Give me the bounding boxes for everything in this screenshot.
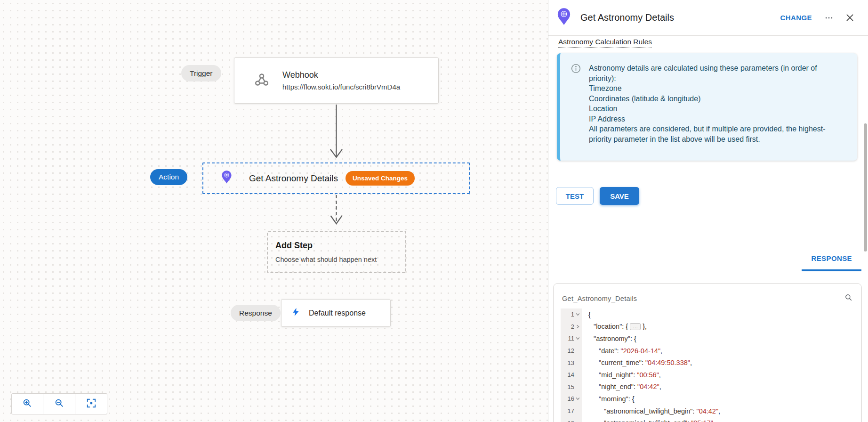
webhook-node-title: Webhook (282, 70, 400, 80)
details-panel: Get Astronomy Details CHANGE Astronomy C… (548, 0, 868, 422)
webhook-icon (253, 71, 270, 90)
json-key: "night_end" (599, 383, 634, 390)
fold-open-icon[interactable] (574, 336, 581, 341)
action-node[interactable]: Get Astronomy Details Unsaved Changes (202, 162, 470, 194)
code-text: "current_time": "04:49:50.338", (582, 359, 692, 366)
json-punc: { (588, 311, 591, 318)
line-number: 15 (561, 383, 574, 390)
lightning-icon (291, 307, 301, 319)
code-text: "morning": { (582, 395, 635, 403)
json-punc: : (642, 359, 645, 366)
default-response-title: Default response (309, 309, 366, 317)
json-key: "morning" (599, 395, 628, 403)
info-line: Astronomy details are calculated using t… (589, 63, 830, 83)
response-viewer-title: Get_Astronomy_Details (562, 295, 844, 302)
code-line: 12"date": "2026-04-14", (554, 345, 861, 357)
line-number-gutter: 11 (561, 333, 582, 345)
code-line: 1{ (554, 308, 861, 321)
line-number-gutter: 18 (561, 417, 582, 422)
zoom-in-button[interactable] (11, 393, 43, 414)
json-key: "location" (594, 323, 622, 330)
json-punc: : (692, 407, 696, 415)
code-line: 2"location": { … }, (554, 321, 861, 333)
json-value: "05:17" (691, 419, 713, 422)
json-punc: , (659, 383, 661, 390)
json-punc: , (713, 419, 715, 422)
code-line: 18"astronomical_twilight_end": "05:17", (554, 417, 861, 422)
json-key: "astronomical_twilight_end" (604, 419, 687, 422)
info-line: Location (589, 104, 830, 114)
code-text: { (582, 311, 591, 318)
line-number-gutter: 1 (561, 308, 582, 321)
line-number: 1 (561, 311, 574, 318)
default-response-node[interactable]: Default response (281, 299, 391, 327)
response-badge: Response (231, 305, 281, 321)
unsaved-changes-badge: Unsaved Changes (346, 171, 415, 186)
json-key: "date" (599, 347, 617, 355)
info-line: Coordinates (latitude & longitude) (589, 94, 830, 104)
panel-header: Get Astronomy Details CHANGE (548, 0, 868, 36)
line-number-gutter: 15 (561, 381, 582, 393)
panel-title: Get Astronomy Details (580, 12, 674, 23)
search-icon[interactable] (844, 293, 853, 304)
webhook-node-url: https://flow.sokt.io/func/scri8brVmD4a (282, 83, 400, 91)
change-button[interactable]: CHANGE (780, 14, 812, 22)
line-number: 12 (561, 347, 574, 354)
line-number: 13 (561, 359, 574, 366)
code-line: 14"mid_night": "00:56", (554, 369, 861, 381)
action-node-title: Get Astronomy Details (249, 173, 338, 184)
add-step-title: Add Step (275, 241, 313, 251)
json-punc: : (617, 347, 621, 355)
code-line: 16"morning": { (554, 393, 861, 405)
fold-open-icon[interactable] (574, 312, 581, 317)
fold-open-icon[interactable] (574, 396, 581, 401)
tab-response[interactable]: RESPONSE (802, 254, 861, 271)
code-text: "location": { … }, (582, 323, 647, 330)
json-punc: , (659, 371, 661, 379)
code-line: 17"astronomical_twilight_begin": "04:42"… (554, 405, 861, 417)
panel-scrollbar[interactable] (864, 123, 867, 252)
response-viewer: Get_Astronomy_Details 1{2"location": { …… (553, 283, 862, 422)
line-number-gutter: 12 (561, 345, 582, 357)
save-button[interactable]: SAVE (600, 187, 639, 205)
json-value: "00:56" (637, 371, 659, 379)
action-badge: Action (150, 169, 187, 185)
json-punc: : { (630, 335, 636, 342)
json-key: "astronomy" (594, 335, 630, 342)
webhook-node[interactable]: Webhook https://flow.sokt.io/func/scri8b… (234, 57, 439, 104)
code-text: "mid_night": "00:56", (582, 371, 661, 379)
line-number-gutter: 2 (561, 321, 582, 333)
line-number: 17 (561, 407, 574, 414)
astronomy-calculation-rules-link[interactable]: Astronomy Calculation Rules (558, 38, 652, 48)
code-text: "night_end": "04:42", (582, 383, 661, 390)
json-punc: : { (628, 395, 635, 403)
json-value: "04:42" (697, 407, 719, 415)
zoom-in-icon (22, 398, 32, 410)
json-punc: : (687, 419, 691, 422)
json-key: "astronomical_twilight_begin" (604, 407, 692, 415)
json-punc: , (660, 347, 662, 355)
line-number: 16 (561, 395, 574, 402)
trigger-badge: Trigger (181, 65, 221, 81)
fold-closed-icon[interactable] (574, 324, 581, 329)
zoom-out-icon (54, 398, 64, 410)
location-pin-icon (221, 170, 232, 187)
add-step-subtitle: Choose what should happen next (275, 256, 377, 263)
add-step-node[interactable]: Add Step Choose what should happen next (267, 231, 406, 273)
line-number: 2 (561, 323, 574, 330)
test-button[interactable]: TEST (556, 187, 594, 205)
code-text: "astronomical_twilight_begin": "04:42", (582, 407, 720, 415)
line-number-gutter: 16 (561, 393, 582, 405)
close-icon[interactable] (845, 13, 855, 23)
more-options-icon[interactable] (824, 13, 834, 23)
flow-canvas[interactable]: Trigger Webhook https://flow.sokt.io/fun… (0, 0, 548, 422)
collapsed-object-chip[interactable]: … (630, 323, 641, 330)
fit-view-button[interactable] (75, 393, 107, 414)
json-value: "04:42" (637, 383, 659, 390)
code-text: "astronomical_twilight_end": "05:17", (582, 419, 715, 422)
zoom-out-button[interactable] (43, 393, 75, 414)
json-punc: }, (641, 323, 647, 330)
code-line: 13"current_time": "04:49:50.338", (554, 357, 861, 369)
line-number-gutter: 13 (561, 357, 582, 369)
info-line: IP Address (589, 114, 830, 124)
